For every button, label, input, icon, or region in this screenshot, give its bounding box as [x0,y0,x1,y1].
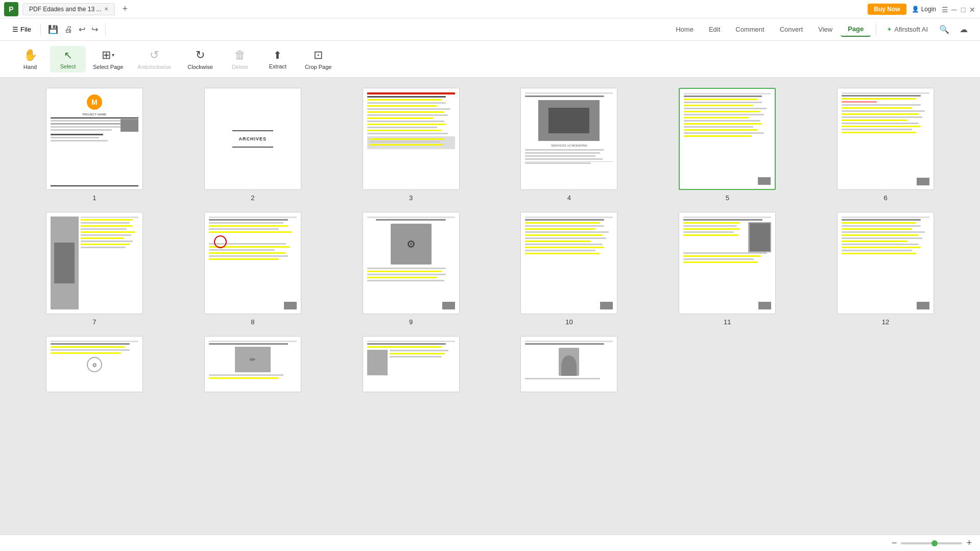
crop-icon: ⊡ [314,49,323,62]
ai-button[interactable]: ✦ Afirstsoft AI [881,22,933,36]
page-thumb-8[interactable] [204,212,301,314]
zoom-in-button[interactable]: + [966,538,972,548]
clockwise-icon: ↻ [196,49,205,62]
page-number-4: 4 [567,194,571,202]
clockwise-button[interactable]: ↻ Clockwise [180,45,220,73]
page-number-5: 5 [726,194,729,202]
page-number-3: 3 [409,194,413,202]
page-item-9: ⚙ 9 [337,212,485,326]
page-content-16 [521,337,617,392]
page-thumb-11[interactable] [679,212,776,314]
page-content-4: SERVICES 13 MODERNS [521,88,617,189]
anticlockwise-button[interactable]: ↺ Anticlockwise [130,45,178,73]
page-item-10: 10 [495,212,643,326]
tab-close-icon[interactable]: ✕ [104,6,108,12]
page-item-14: ✏ [179,336,327,392]
crop-label: Crop Page [305,64,332,70]
page-content-7 [46,212,142,314]
search-button[interactable]: 🔍 [935,22,953,36]
redo-button[interactable]: ↪ [89,22,100,36]
page-thumb-5[interactable]: ⧉ ⊞ 🗑 [679,88,776,190]
page-number-8: 8 [251,318,254,326]
maximize-button[interactable]: □ [960,6,967,13]
save-button[interactable]: 💾 [46,22,60,36]
select-page-label: Select Page [93,64,123,70]
minimize-button[interactable]: ─ [950,6,958,13]
page-item-3: 3 [337,88,485,202]
page-number-11: 11 [724,318,731,326]
page-thumb-10[interactable] [520,212,617,314]
share-button[interactable]: 🖨 [62,23,75,36]
page-thumb-1[interactable]: M PROJECT NAME [46,88,143,190]
nav-convert[interactable]: Convert [773,22,810,36]
menu-icon[interactable]: ☰ [941,6,948,13]
zoom-slider[interactable] [901,542,962,544]
undo-button[interactable]: ↩ [77,22,87,36]
page-thumb-9[interactable]: ⚙ [363,212,460,314]
page-number-2: 2 [251,194,254,202]
page-content-8 [205,212,301,314]
page-thumb-15[interactable] [363,336,460,392]
page-content-6 [838,88,934,189]
delete-label: Delete [232,64,248,70]
window-controls: ☰ ─ □ ✕ [941,6,976,13]
status-bar: − + [0,535,980,551]
title-bar-left: P PDF Edades and the 13 ... ✕ + [4,2,131,16]
nav-edit[interactable]: Edit [702,22,727,36]
buy-now-button[interactable]: Buy Now [868,4,906,15]
page-thumb-4[interactable]: SERVICES 13 MODERNS [520,88,617,190]
page1-logo: M [87,94,102,110]
select-cursor-icon: ↖ [64,49,73,61]
title-bar: P PDF Edades and the 13 ... ✕ + Buy Now … [0,0,980,18]
hand-icon: ✋ [23,49,37,62]
app-logo: P [4,2,18,16]
page-content-10 [521,212,617,314]
cloud-upload-button[interactable]: ☁ [955,22,972,36]
main-content[interactable]: M PROJECT NAME 1 [0,78,980,535]
login-button[interactable]: 👤 Login [912,6,936,13]
select-tool-button[interactable]: ↖ Select [50,46,86,73]
nav-page[interactable]: Page [841,22,871,37]
page-content-11 [679,212,775,314]
delete-button[interactable]: 🗑 Delete [222,45,258,73]
page-item-15 [337,336,485,392]
page-item-2: ARCHIVES 2 [179,88,327,202]
page-toolbar: ✋ Hand ↖ Select ⊞ ▾ Select Page ↺ Anticl… [0,41,980,78]
ai-star-icon: ✦ [887,26,892,33]
hand-tool-button[interactable]: ✋ Hand [12,45,48,73]
extract-button[interactable]: ⬆ Extract [260,46,296,73]
anticlockwise-icon: ↺ [150,49,159,62]
file-menu[interactable]: ☰ File [8,23,35,35]
divider-3 [876,23,876,36]
page-number-1: 1 [92,194,96,202]
new-tab-button[interactable]: + [119,4,131,14]
page-thumb-3[interactable] [363,88,460,190]
page-thumb-6[interactable] [837,88,934,190]
page-thumb-12[interactable] [837,212,934,314]
page-thumb-14[interactable]: ✏ [204,336,301,392]
user-icon: 👤 [912,6,919,13]
select-page-button[interactable]: ⊞ ▾ Select Page [88,45,128,73]
active-tab[interactable]: PDF Edades and the 13 ... ✕ [22,3,115,15]
select-page-icon: ⊞ [102,49,111,62]
page-thumb-2[interactable]: ARCHIVES [204,88,301,190]
main-nav: Home Edit Comment Convert View Page [668,22,871,37]
nav-view[interactable]: View [811,22,840,36]
ai-label: Afirstsoft AI [894,26,928,33]
close-button[interactable]: ✕ [969,6,976,13]
page-thumb-7[interactable] [46,212,143,314]
page-content-5 [680,89,775,189]
page-item-7: 7 [20,212,169,326]
page-thumb-13[interactable]: ⊙ [46,336,143,392]
crop-page-button[interactable]: ⊡ Crop Page [298,45,339,73]
select-page-caret-icon: ▾ [112,52,114,58]
zoom-out-button[interactable]: − [892,538,897,548]
page-thumb-16[interactable] [520,336,617,392]
nav-home[interactable]: Home [668,22,701,36]
page-item-8: 8 [179,212,327,326]
nav-comment[interactable]: Comment [728,22,771,36]
page-grid: M PROJECT NAME 1 [20,88,960,392]
page-content-12 [838,212,934,314]
page-item-5: ⧉ ⊞ 🗑 [653,88,801,202]
page-content-3 [363,88,459,189]
